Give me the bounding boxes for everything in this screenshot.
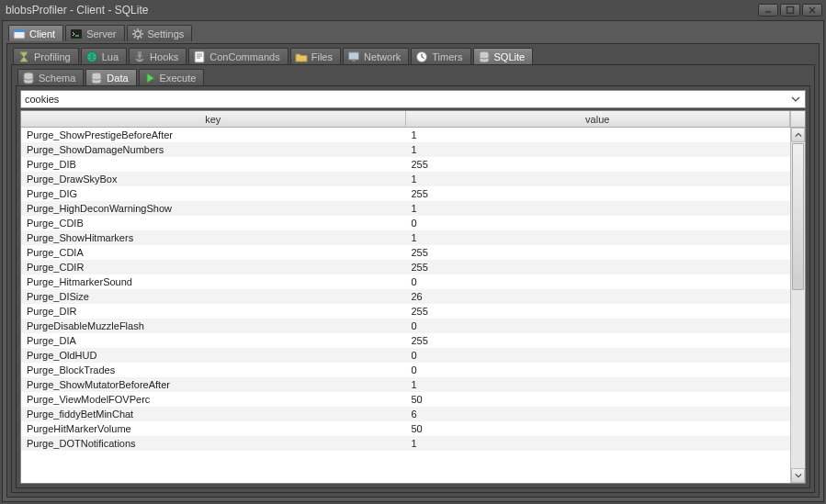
svg-line-16	[133, 36, 134, 37]
cell-key: Purge_CDIA	[21, 245, 406, 260]
table-row[interactable]: PurgeDisableMuzzleFlash0	[21, 319, 790, 333]
table-row[interactable]: Purge_BlockTrades0	[21, 363, 790, 377]
cell-key: Purge_DIA	[21, 333, 406, 348]
grid-header: key value	[21, 111, 805, 128]
tab-label: Profiling	[34, 51, 71, 62]
table-row[interactable]: Purge_CDIR255	[21, 260, 790, 274]
tertiary-tab-row: SchemaDataExecute	[12, 65, 814, 85]
column-header-value[interactable]: value	[406, 111, 791, 127]
table-row[interactable]: Purge_CDIA255	[21, 245, 790, 260]
tab-hooks[interactable]: Hooks	[129, 48, 187, 64]
cell-key: Purge_CDIR	[21, 260, 406, 274]
tab-sqlite[interactable]: SQLite	[473, 48, 534, 64]
folder-icon	[295, 50, 308, 63]
tab-client[interactable]: Client	[8, 25, 63, 41]
main-panel: ClientServerSettings ProfilingLuaHooksCo…	[2, 20, 824, 502]
tab-files[interactable]: Files	[290, 48, 341, 64]
tab-label: Server	[86, 28, 116, 39]
tab-timers[interactable]: Timers	[411, 48, 470, 64]
tab-lua[interactable]: Lua	[81, 48, 127, 64]
tab-label: Execute	[160, 73, 197, 84]
tab-label: Lua	[102, 51, 119, 62]
table-row[interactable]: Purge_DIR255	[21, 304, 790, 319]
cell-value: 1	[406, 142, 791, 157]
globe-icon	[85, 50, 98, 63]
header-scroll-spacer	[790, 111, 805, 127]
scroll-down-button[interactable]	[791, 468, 805, 483]
svg-rect-1	[787, 7, 794, 14]
table-row[interactable]: Purge_ShowPrestigeBeforeAfter1	[21, 128, 790, 142]
tab-label: ConCommands	[209, 51, 279, 62]
cell-value: 1	[406, 230, 791, 245]
svg-line-14	[140, 36, 141, 37]
grid-body: Purge_ShowPrestigeBeforeAfter1Purge_Show…	[21, 128, 805, 483]
table-row[interactable]: Purge_HitmarkerSound0	[21, 274, 790, 289]
table-row[interactable]: Purge_CDIB0	[21, 216, 790, 230]
cell-key: PurgeHitMarkerVolume	[21, 421, 406, 436]
table-row[interactable]: Purge_ShowHitmarkers1	[21, 230, 790, 245]
maximize-button[interactable]	[780, 4, 800, 17]
tab-profiling[interactable]: Profiling	[13, 48, 79, 64]
hourglass-icon	[17, 50, 30, 63]
tab-server[interactable]: Server	[65, 25, 124, 41]
tab-concommands[interactable]: ConCommands	[188, 48, 288, 64]
tertiary-panel: SchemaDataExecute cookies key value	[11, 64, 815, 493]
scroll-up-button[interactable]	[791, 128, 805, 142]
table-select-value: cookies	[25, 94, 59, 105]
tab-label: Settings	[148, 28, 185, 39]
clock-icon	[415, 50, 428, 63]
table-row[interactable]: Purge_DIA255	[21, 333, 790, 348]
database-icon	[22, 72, 35, 84]
table-row[interactable]: Purge_ShowDamageNumbers1	[21, 142, 790, 157]
svg-point-18	[139, 51, 141, 54]
data-grid: key value Purge_ShowPrestigeBeforeAfter1…	[20, 110, 806, 484]
table-row[interactable]: Purge_OldHUD0	[21, 348, 790, 363]
cell-value: 255	[406, 304, 791, 319]
cell-key: Purge_DISize	[21, 289, 406, 304]
cell-value: 50	[406, 421, 791, 436]
table-select-combo[interactable]: cookies	[20, 90, 806, 108]
table-row[interactable]: Purge_ViewModelFOVPerc50	[21, 392, 790, 407]
tab-schema[interactable]: Schema	[17, 69, 84, 85]
table-row[interactable]: Purge_HighDeconWarningShow1	[21, 201, 790, 216]
cell-value: 0	[406, 363, 791, 377]
table-row[interactable]: Purge_fiddyBetMinChat6	[21, 407, 790, 421]
tab-execute[interactable]: Execute	[139, 69, 205, 85]
cell-key: Purge_HitmarkerSound	[21, 274, 406, 289]
svg-line-15	[140, 29, 141, 30]
table-row[interactable]: Purge_DIB255	[21, 157, 790, 172]
table-row[interactable]: Purge_DOTNotifications1	[21, 436, 790, 451]
close-button[interactable]	[802, 4, 822, 17]
cell-value: 255	[406, 333, 791, 348]
table-row[interactable]: Purge_DrawSkyBox1	[21, 172, 790, 186]
cell-key: PurgeDisableMuzzleFlash	[21, 319, 406, 333]
tab-settings[interactable]: Settings	[127, 25, 193, 41]
scroll-thumb[interactable]	[792, 143, 804, 290]
tab-label: Data	[107, 73, 128, 84]
cell-value: 1	[406, 128, 791, 142]
tab-data[interactable]: Data	[85, 69, 136, 85]
monitor-icon	[347, 50, 360, 63]
secondary-tab-row: ProfilingLuaHooksConCommandsFilesNetwork…	[7, 44, 819, 64]
play-icon	[143, 72, 156, 84]
cell-value: 0	[406, 348, 791, 363]
cell-key: Purge_ShowMutatorBeforeAfter	[21, 377, 406, 392]
vertical-scrollbar[interactable]	[790, 128, 805, 483]
tab-label: Network	[364, 51, 401, 62]
table-row[interactable]: Purge_DIG255	[21, 186, 790, 201]
cell-value: 0	[406, 216, 791, 230]
minimize-button[interactable]	[758, 4, 778, 17]
svg-point-8	[135, 31, 141, 37]
svg-line-13	[133, 29, 134, 30]
cell-key: Purge_ShowPrestigeBeforeAfter	[21, 128, 406, 142]
table-row[interactable]: PurgeHitMarkerVolume50	[21, 421, 790, 436]
terminal-icon	[70, 28, 83, 40]
table-row[interactable]: Purge_DISize26	[21, 289, 790, 304]
column-header-key[interactable]: key	[21, 111, 406, 127]
cell-key: Purge_DIR	[21, 304, 406, 319]
cell-key: Purge_BlockTrades	[21, 363, 406, 377]
script-icon	[193, 50, 206, 63]
table-row[interactable]: Purge_ShowMutatorBeforeAfter1	[21, 377, 790, 392]
tab-network[interactable]: Network	[343, 48, 409, 64]
cell-key: Purge_DIG	[21, 186, 406, 201]
